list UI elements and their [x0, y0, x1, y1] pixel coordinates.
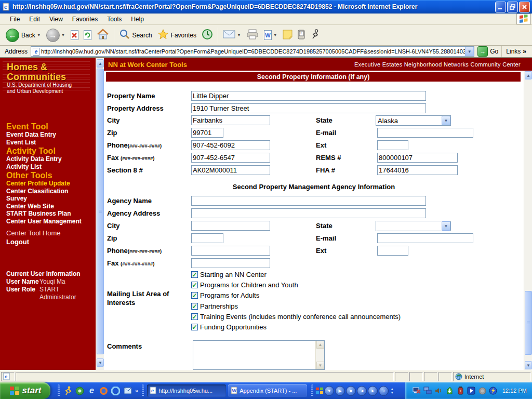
rems-input[interactable]: [377, 153, 458, 163]
mail-dropdown[interactable]: ▼: [237, 33, 241, 37]
sidebar-item-activity-data-entry[interactable]: Activity Data Entry: [6, 155, 94, 163]
update-icon[interactable]: [445, 387, 454, 395]
quicktime-icon[interactable]: [110, 385, 121, 396]
scroll-down-icon[interactable]: ▼: [316, 362, 324, 369]
email-input[interactable]: [377, 128, 473, 138]
sidebar-item-event-data-entry[interactable]: Event Data Entry: [6, 131, 94, 139]
internet-explorer-icon[interactable]: e: [86, 385, 97, 396]
media-player-tray-icon[interactable]: [467, 387, 476, 395]
agency-state-select[interactable]: ▼: [376, 221, 451, 231]
home-button[interactable]: [94, 28, 112, 43]
window-titlebar[interactable]: e http://lnshhq05w.hud.gov/NN/start.nsf/…: [0, 0, 532, 14]
menu-edit[interactable]: Edit: [24, 14, 45, 24]
discuss-button[interactable]: [280, 29, 295, 42]
page-scroll-thumb[interactable]: [525, 291, 532, 355]
edit-with-word-button[interactable]: W ▼: [261, 29, 280, 41]
wmp-volume-button[interactable]: ♪: [379, 386, 389, 396]
wmp-spinner[interactable]: ▲▼: [390, 387, 394, 394]
scroll-up-icon[interactable]: ▲: [525, 71, 532, 79]
toolbar-grip[interactable]: [142, 384, 144, 397]
print-button[interactable]: [244, 28, 261, 42]
state-select[interactable]: Alaska ▼: [376, 115, 451, 126]
gray-globe-icon[interactable]: [478, 387, 487, 395]
scroll-down-icon[interactable]: ▼: [97, 358, 104, 367]
city-input[interactable]: [191, 115, 270, 125]
sidebar-scrollbar[interactable]: ▲ ▼: [96, 58, 104, 370]
sidebar-item-center-tool-home[interactable]: Center Tool Home: [6, 229, 94, 237]
menu-favorites[interactable]: Favorites: [68, 14, 102, 24]
agency-address-input[interactable]: [191, 208, 426, 218]
checkbox[interactable]: ✓: [191, 282, 198, 288]
agency-city-input[interactable]: [191, 221, 270, 231]
menu-view[interactable]: View: [45, 14, 68, 24]
wmp-play-button[interactable]: ▶: [335, 386, 345, 396]
research-button[interactable]: *: [295, 29, 308, 42]
page-scrollbar[interactable]: ▲ ▼: [524, 71, 532, 370]
forward-button[interactable]: → ▼: [44, 28, 68, 43]
network-disconnected-icon[interactable]: [413, 387, 421, 395]
sidebar-item-center-web-site[interactable]: Center Web Site: [6, 203, 94, 210]
sidebar-item-logout[interactable]: Logout: [6, 237, 94, 246]
battery-icon[interactable]: +: [456, 387, 465, 395]
section8-input[interactable]: [191, 165, 270, 175]
back-button[interactable]: ← Back ▼: [3, 28, 44, 43]
sidebar-item-center-user-management[interactable]: Center User Management: [6, 218, 94, 225]
scroll-down-icon[interactable]: ▼: [525, 361, 532, 369]
firefox-icon[interactable]: [98, 385, 109, 396]
history-button[interactable]: [199, 28, 216, 43]
checkbox[interactable]: ✓: [191, 303, 198, 310]
task-button-word[interactable]: W Appendix (START) - ...: [228, 384, 307, 397]
messenger-button[interactable]: [308, 28, 323, 42]
agency-email-input[interactable]: [377, 233, 473, 243]
fax-input[interactable]: [191, 153, 270, 163]
scroll-up-icon[interactable]: ▲: [316, 341, 324, 349]
go-button[interactable]: → Go: [477, 46, 498, 57]
links-toolbar[interactable]: Links »: [501, 46, 530, 57]
network-icon[interactable]: [423, 387, 432, 395]
toolbar-grip[interactable]: [58, 384, 60, 397]
address-dropdown-button[interactable]: ▼: [465, 47, 474, 56]
sidebar-item-activity-list[interactable]: Activity List: [6, 163, 94, 171]
select-dropdown-icon[interactable]: ▼: [442, 116, 450, 125]
taskbar-clock[interactable]: 12:12 PM: [502, 388, 527, 394]
wmp-stop-button[interactable]: ■: [346, 386, 356, 396]
ext-input[interactable]: [377, 140, 408, 150]
agency-ext-input[interactable]: [377, 246, 408, 256]
url-text[interactable]: http://lnshhq05w.hud.gov/NN/start.nsf/fr…: [41, 48, 465, 55]
checkbox[interactable]: ✓: [191, 271, 198, 278]
agency-fax-input[interactable]: [191, 258, 270, 268]
search-button[interactable]: Search: [116, 28, 155, 43]
checkbox[interactable]: ✓: [191, 292, 198, 299]
stop-button[interactable]: [68, 29, 81, 41]
sidebar-item-center-profile-update[interactable]: Center Profile Update: [6, 180, 94, 188]
menu-tools[interactable]: Tools: [102, 14, 126, 24]
messenger-bolt-icon[interactable]: [489, 387, 498, 395]
zip-input[interactable]: [191, 128, 223, 138]
forward-dropdown[interactable]: ▼: [61, 33, 65, 37]
aim-icon[interactable]: [62, 385, 73, 396]
wmp-next-button[interactable]: ►: [368, 386, 378, 396]
restore-button[interactable]: [507, 2, 518, 12]
wmp-previous-button[interactable]: ◄: [357, 386, 367, 396]
favorites-button[interactable]: Favorites: [155, 28, 199, 43]
task-button-ie[interactable]: e http://lnshhq05w.hu...: [147, 384, 226, 397]
mail-button[interactable]: ▼: [220, 29, 244, 42]
wmp-options-button[interactable]: ▼: [324, 386, 334, 396]
fha-input[interactable]: [377, 165, 458, 175]
quick-launch-overflow-icon[interactable]: »: [135, 388, 138, 394]
checkbox[interactable]: ✓: [191, 313, 198, 320]
outlook-icon[interactable]: [122, 385, 133, 396]
refresh-button[interactable]: [81, 29, 94, 41]
scroll-up-icon[interactable]: ▲: [97, 59, 104, 68]
sidebar-scroll-thumb[interactable]: [97, 69, 104, 354]
select-dropdown-icon[interactable]: ▼: [442, 221, 450, 231]
start-button[interactable]: start: [0, 382, 50, 399]
address-input[interactable]: e http://lnshhq05w.hud.gov/NN/start.nsf/…: [31, 46, 474, 57]
back-dropdown[interactable]: ▼: [37, 33, 41, 37]
sidebar-item-start-business-plan[interactable]: START Business Plan: [6, 210, 94, 218]
menu-file[interactable]: File: [5, 14, 24, 24]
sidebar-item-event-list[interactable]: Event List: [6, 139, 94, 147]
property-address-input[interactable]: [191, 103, 426, 113]
agency-zip-input[interactable]: [191, 233, 223, 243]
property-name-input[interactable]: [191, 91, 426, 101]
